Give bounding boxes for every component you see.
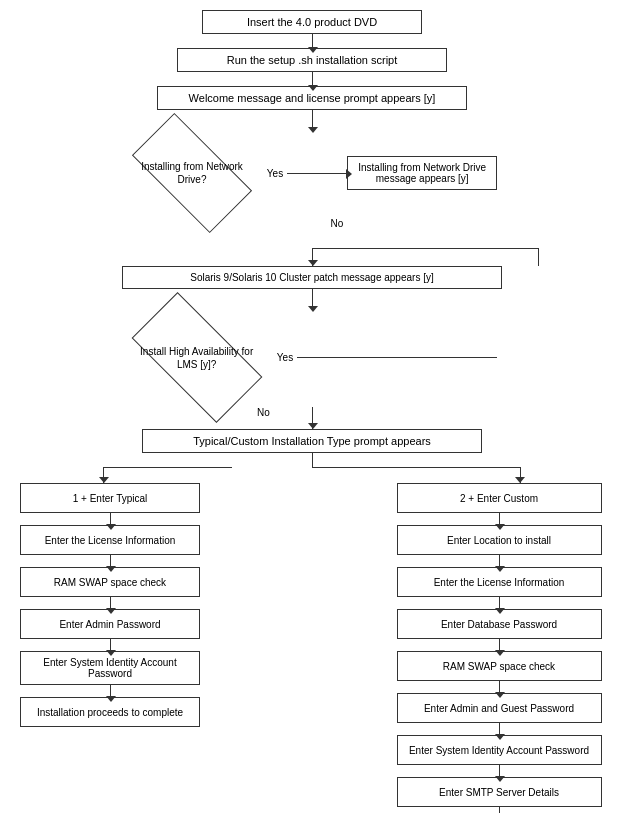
step4-box: Solaris 9/Solaris 10 Cluster patch messa… [122, 266, 502, 289]
arrow1 [312, 34, 313, 48]
yes-label1: Yes [267, 168, 283, 179]
left-box1: 1 + Enter Typical [20, 483, 200, 513]
step5-box: Typical/Custom Installation Type prompt … [142, 429, 482, 453]
step3-label: Welcome message and license prompt appea… [189, 92, 436, 104]
left-arrow5 [110, 685, 111, 697]
right-box4-label: Enter Database Password [441, 619, 557, 630]
split-arrow-left [99, 477, 109, 483]
step2-label: Run the setup .sh installation script [227, 54, 398, 66]
arrow2 [312, 72, 313, 86]
left-box5-label: Enter System Identity Account Password [27, 657, 193, 679]
right-arrow5 [499, 681, 500, 693]
arrow4 [312, 289, 313, 307]
diamond1: Installing from Network Drive? [132, 113, 252, 233]
flowchart: Insert the 4.0 product DVD Run the setup… [0, 0, 624, 813]
right-box5-label: RAM SWAP space check [443, 661, 555, 672]
yes-line2 [297, 357, 497, 358]
diamond2-label: Install High Availability for LMS [y]? [138, 344, 256, 370]
yes-label2: Yes [277, 352, 293, 363]
left-arrow4 [110, 639, 111, 651]
no-arrowhead1 [308, 260, 318, 266]
right-box2-label: Enter Location to install [447, 535, 551, 546]
right-connector-h [312, 248, 539, 249]
right-arrow4 [499, 639, 500, 651]
right-box1-label: 2 + Enter Custom [460, 493, 538, 504]
diamond2: Install High Availability for LMS [y]? [131, 292, 262, 423]
no-label2: No [257, 407, 270, 418]
right-box1: 2 + Enter Custom [397, 483, 602, 513]
split-top [312, 453, 313, 468]
no-arrowhead2 [308, 423, 318, 429]
left-box6-label: Installation proceeds to complete [37, 707, 183, 718]
step1-label: Insert the 4.0 product DVD [247, 16, 377, 28]
arrow3 [312, 110, 313, 128]
left-box4-label: Enter Admin Password [59, 619, 160, 630]
left-box5: Enter System Identity Account Password [20, 651, 200, 685]
split-arrow-right [515, 477, 525, 483]
right-box3-label: Enter the License Information [434, 577, 565, 588]
step1-box: Insert the 4.0 product DVD [202, 10, 422, 34]
right-arrow8 [499, 807, 500, 813]
diamond1-label: Installing from Network Drive? [138, 160, 246, 186]
right-arrow1 [499, 513, 500, 525]
right-box7-label: Enter System Identity Account Password [409, 745, 589, 756]
left-box1-label: 1 + Enter Typical [73, 493, 148, 504]
right-arrow3 [499, 597, 500, 609]
left-box3-label: RAM SWAP space check [54, 577, 166, 588]
split-h-left [103, 467, 232, 468]
right-arrow7 [499, 765, 500, 777]
step5-label: Typical/Custom Installation Type prompt … [193, 435, 431, 447]
step4-label: Solaris 9/Solaris 10 Cluster patch messa… [190, 272, 433, 283]
right-connector-v [538, 248, 539, 266]
yes-box1-label: Installing from Network Drive message ap… [356, 162, 488, 184]
left-column: 1 + Enter Typical Enter the License Info… [10, 483, 210, 727]
yes-arrow1 [287, 173, 347, 174]
right-box8-label: Enter SMTP Server Details [439, 787, 559, 798]
left-arrow3 [110, 597, 111, 609]
yes-box1: Installing from Network Drive message ap… [347, 156, 497, 190]
left-box2-label: Enter the License Information [45, 535, 176, 546]
right-box6-label: Enter Admin and Guest Password [424, 703, 574, 714]
left-arrow2 [110, 555, 111, 567]
two-col-section: 1 + Enter Typical Enter the License Info… [5, 483, 619, 813]
right-column: 2 + Enter Custom Enter Location to insta… [384, 483, 614, 813]
left-arrow1 [110, 513, 111, 525]
right-arrow2 [499, 555, 500, 567]
split-h-right [312, 467, 521, 468]
right-arrow6 [499, 723, 500, 735]
no-label1: No [331, 218, 344, 229]
